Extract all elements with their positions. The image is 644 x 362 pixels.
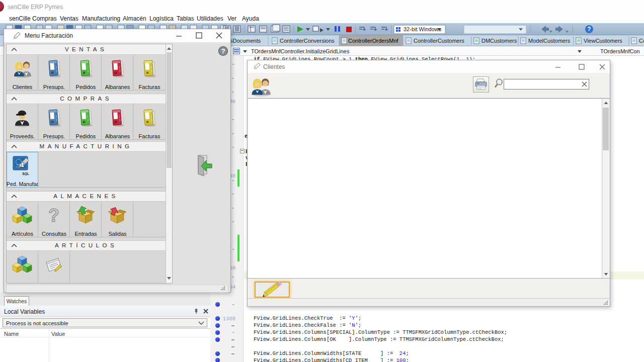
svg-text:?: ? bbox=[587, 26, 591, 33]
